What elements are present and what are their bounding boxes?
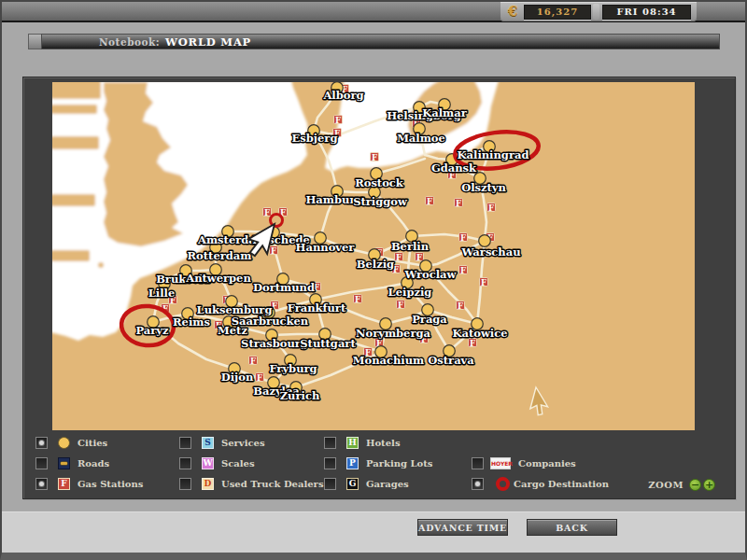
parking-icon: P xyxy=(346,457,359,469)
city-label[interactable]: Metz xyxy=(218,324,247,337)
city-label[interactable]: Hannover xyxy=(296,241,356,254)
gas-station-icon: F xyxy=(270,246,278,256)
legend-label: Services xyxy=(221,437,265,449)
legend-label: Cargo Destination xyxy=(514,478,609,490)
svg-text:F: F xyxy=(488,203,494,213)
checkbox-dot xyxy=(39,441,44,445)
legend-checkbox-garages[interactable] xyxy=(324,478,336,490)
svg-text:F: F xyxy=(250,357,256,366)
city-label[interactable]: Stuttgart xyxy=(300,337,356,350)
hud-money-time: € 16,327 FRI 08:34 xyxy=(500,2,697,21)
map-edge-land-streak xyxy=(52,250,90,261)
legend-label: Hotels xyxy=(366,437,401,449)
city-label[interactable]: Alborg xyxy=(322,89,363,102)
city-label[interactable]: Lille xyxy=(148,287,176,300)
gas-station-icon: F xyxy=(263,208,272,217)
city-label[interactable]: Norymberga xyxy=(356,327,431,340)
gas-station-icon: F xyxy=(459,233,468,243)
svg-text:F: F xyxy=(372,153,377,162)
svg-text:F: F xyxy=(470,339,475,348)
scales-icon: W xyxy=(202,457,214,469)
city-label[interactable]: Monachium xyxy=(353,354,424,367)
city-label[interactable]: Fryburg xyxy=(269,362,317,375)
money-display: 16,327 xyxy=(524,5,591,20)
gas-station-icon: F xyxy=(469,339,477,348)
back-button[interactable]: BACK xyxy=(527,519,617,536)
city-label[interactable]: Olsztyn xyxy=(461,181,506,194)
checkbox-dot xyxy=(39,482,44,486)
city-label[interactable]: Leipzig xyxy=(388,286,432,299)
world-map[interactable]: FFFFFFFFFFFFFFFFFFFFFFFFFFFFFFFFFFFAlbor… xyxy=(52,82,695,430)
city-label[interactable]: Kalmar xyxy=(422,106,467,119)
advance-time-button[interactable]: ADVANCE TIME xyxy=(417,519,508,536)
page-title: WORLD MAP xyxy=(165,35,251,50)
legend-checkbox-hotels[interactable] xyxy=(324,437,336,449)
city-label[interactable]: Frankfurt xyxy=(288,301,346,315)
gas-station-icon: F xyxy=(480,278,488,287)
road xyxy=(272,334,325,335)
title-tab xyxy=(28,34,42,49)
legend-checkbox-cargo[interactable] xyxy=(472,478,484,490)
companies-icon: HOYER xyxy=(490,457,511,469)
garages-icon: G xyxy=(346,478,359,490)
zoom-in-button[interactable]: + xyxy=(703,479,715,491)
gas-station-icon: F xyxy=(487,203,496,213)
city-label[interactable]: Belzig xyxy=(357,258,394,271)
zoom-out-button[interactable]: − xyxy=(689,479,701,491)
city-label[interactable]: Wroclaw xyxy=(404,268,458,281)
city-label[interactable]: Rotterdam xyxy=(188,249,252,262)
city-label[interactable]: Berlin xyxy=(391,240,430,253)
city-label[interactable]: Malmoe xyxy=(397,132,445,145)
city-label[interactable]: Kaliningrad xyxy=(458,148,529,161)
map-edge-land-streak xyxy=(52,82,101,99)
euro-icon: € xyxy=(508,3,517,20)
city-label[interactable]: Strasbourg xyxy=(241,337,308,350)
city-label[interactable]: Dijon xyxy=(221,371,254,384)
city-label[interactable]: Praga xyxy=(412,313,447,326)
map-edge-land-streak xyxy=(52,105,97,114)
legend-label: Companies xyxy=(518,457,576,469)
gas-station-icon: F xyxy=(249,357,258,366)
city-label[interactable]: Ostrava xyxy=(428,354,474,367)
city-label[interactable]: Gdansk xyxy=(431,161,477,175)
city-label[interactable]: Dortmund xyxy=(253,281,315,294)
svg-text:F: F xyxy=(460,233,466,243)
svg-text:F: F xyxy=(271,246,276,256)
legend-label: Roads xyxy=(78,457,109,469)
city-label[interactable]: Zurich xyxy=(280,389,320,402)
svg-text:F: F xyxy=(335,116,341,125)
gas-station-icon: F xyxy=(397,301,405,310)
legend-checkbox-parking[interactable] xyxy=(324,457,336,469)
city-label[interactable]: Katowice xyxy=(452,327,507,340)
city-label[interactable]: Antwerpen xyxy=(185,272,251,285)
legend-checkbox-gas[interactable] xyxy=(35,478,48,490)
gas-station-icon: F xyxy=(371,153,379,162)
legend-checkbox-companies[interactable] xyxy=(472,457,484,469)
legend-label: Parking Lots xyxy=(366,457,432,469)
legend-checkbox-services[interactable] xyxy=(179,437,191,449)
legend-checkbox-dealers[interactable] xyxy=(179,478,191,490)
svg-text:F: F xyxy=(264,208,270,217)
city-label[interactable]: Warschau xyxy=(460,245,520,259)
gas-station-icon: F xyxy=(455,199,463,208)
city-label[interactable]: Striggow xyxy=(353,195,408,208)
gas-station-icon: F xyxy=(256,373,264,383)
legend-checkbox-roads[interactable] xyxy=(35,457,48,469)
city-label[interactable]: Rostock xyxy=(355,176,404,189)
legend-label: Used Truck Dealers xyxy=(221,478,324,490)
gas-icon: F xyxy=(58,478,70,490)
islet xyxy=(98,262,104,268)
city-label[interactable]: Paryz xyxy=(135,324,169,337)
legend-checkbox-scales[interactable] xyxy=(179,457,191,469)
svg-text:F: F xyxy=(416,253,422,262)
city-label[interactable]: Reims xyxy=(173,315,210,329)
legend-checkbox-cities[interactable] xyxy=(35,437,48,449)
cities-icon xyxy=(58,437,70,449)
hud-divider xyxy=(593,4,599,20)
top-status-bar: € 16,327 FRI 08:34 xyxy=(0,0,747,22)
svg-text:F: F xyxy=(460,266,466,275)
city-label[interactable]: Esbjerg xyxy=(292,132,338,145)
svg-text:F: F xyxy=(257,373,262,383)
svg-text:F: F xyxy=(458,301,463,311)
legend-label: Garages xyxy=(366,478,409,490)
